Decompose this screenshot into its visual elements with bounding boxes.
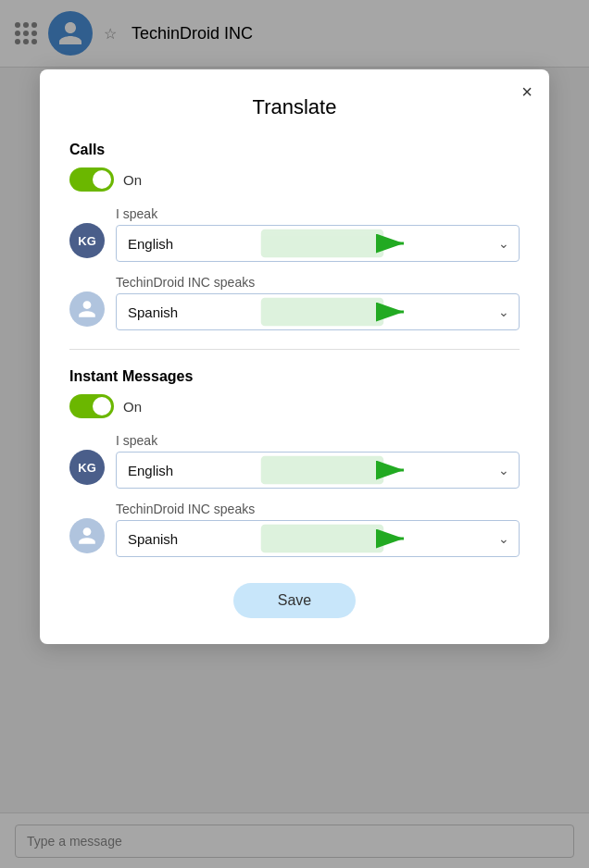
calls-user-avatar: KG: [69, 223, 105, 258]
calls-toggle-label: On: [123, 172, 142, 188]
modal-title: Translate: [69, 95, 520, 119]
calls-i-speak-content: I speak English: [116, 206, 520, 262]
save-button[interactable]: Save: [233, 583, 356, 618]
messages-toggle-label: On: [123, 399, 142, 415]
svg-rect-1: [262, 230, 382, 256]
calls-they-avatar: [69, 291, 105, 327]
messages-they-speak-select[interactable]: Spanish ⌄: [116, 520, 520, 557]
messages-they-speak-content: TechinDroid INC speaks Spanish: [116, 502, 520, 557]
calls-i-speak-label: I speak: [116, 206, 520, 221]
modal-overlay: × Translate Calls On KG I speak: [0, 0, 589, 868]
messages-they-speak-row: TechinDroid INC speaks Spanish: [69, 502, 520, 557]
messages-i-speak-content: I speak English: [116, 433, 520, 489]
section-divider: [69, 349, 520, 350]
messages-user-avatar: KG: [69, 450, 105, 485]
calls-toggle-row: On: [69, 167, 520, 192]
calls-they-speak-select-wrapper: Spanish ⌄: [116, 293, 520, 330]
close-button[interactable]: ×: [521, 82, 533, 101]
messages-they-speak-chevron: ⌄: [498, 531, 509, 546]
calls-i-speak-select-wrapper: English ⌄: [116, 225, 520, 262]
messages-toggle[interactable]: [69, 394, 114, 418]
messages-i-speak-row: KG I speak English: [69, 433, 520, 489]
save-button-row: Save: [69, 583, 520, 618]
calls-toggle[interactable]: [69, 167, 114, 192]
svg-rect-7: [262, 457, 382, 483]
calls-they-speak-row: TechinDroid INC speaks Spanish: [69, 275, 520, 330]
calls-i-speak-row: KG I speak English: [69, 206, 520, 262]
calls-section: Calls On KG I speak English: [69, 142, 520, 330]
messages-i-speak-label: I speak: [116, 433, 520, 448]
calls-section-label: Calls: [69, 142, 520, 158]
svg-rect-10: [262, 526, 382, 552]
messages-they-speak-label: TechinDroid INC speaks: [116, 502, 520, 516]
messages-section-label: Instant Messages: [69, 368, 520, 385]
messages-i-speak-select-wrapper: English ⌄: [116, 452, 520, 489]
messages-they-avatar: [69, 518, 105, 553]
messages-they-speak-select-wrapper: Spanish ⌄: [116, 520, 520, 557]
translate-modal: × Translate Calls On KG I speak: [40, 69, 549, 644]
calls-they-speak-label: TechinDroid INC speaks: [116, 275, 520, 290]
calls-i-speak-chevron: ⌄: [498, 236, 509, 251]
messages-toggle-row: On: [69, 394, 520, 418]
messages-section: Instant Messages On KG I speak Englis: [69, 368, 520, 557]
messages-i-speak-select[interactable]: English ⌄: [116, 452, 520, 489]
calls-they-speak-select[interactable]: Spanish ⌄: [116, 293, 520, 330]
calls-they-speak-content: TechinDroid INC speaks Spanish: [116, 275, 520, 330]
svg-rect-4: [262, 299, 382, 325]
calls-they-speak-chevron: ⌄: [498, 304, 509, 319]
calls-i-speak-select[interactable]: English ⌄: [116, 225, 520, 262]
messages-i-speak-chevron: ⌄: [498, 463, 509, 477]
